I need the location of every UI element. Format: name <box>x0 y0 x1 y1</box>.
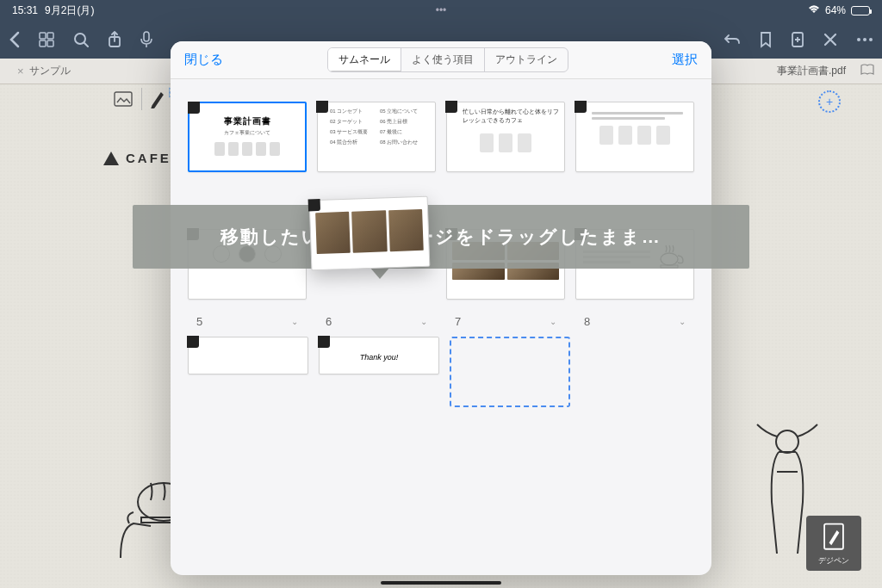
page-thumbnail-9[interactable] <box>188 337 308 374</box>
status-bar: 15:31 9月2日(月) ••• 64% <box>0 0 882 21</box>
battery-pct: 64% <box>825 4 846 16</box>
mic-icon[interactable] <box>140 31 152 48</box>
edit-tools: ᛒ <box>112 88 174 110</box>
toc-item: 05 立地について <box>380 108 423 115</box>
modal-header: 閉じる サムネール よく使う項目 アウトライン 選択 <box>171 41 711 79</box>
grid-icon[interactable] <box>39 32 54 47</box>
watermark-logo: デジペン <box>806 516 861 571</box>
close-icon[interactable] <box>823 33 837 46</box>
toc-item: 02 ターゲット <box>330 118 373 126</box>
svg-rect-3 <box>47 40 53 46</box>
svg-point-14 <box>776 430 798 453</box>
book-icon[interactable] <box>860 64 875 78</box>
image-tool-icon[interactable] <box>112 88 134 110</box>
thumbnail-grid: 事業計画書 カフェ事業について 01 コンセプト 05 立地について 02 ター… <box>171 79 711 575</box>
home-indicator[interactable] <box>381 581 501 585</box>
page-thumbnail-2[interactable]: 01 コンセプト 05 立地について 02 ターゲット 06 売上目標 03 サ… <box>317 102 436 172</box>
svg-rect-2 <box>40 40 46 46</box>
back-icon[interactable] <box>9 31 20 48</box>
page-number-7[interactable]: 7⌄ <box>446 315 565 328</box>
segment-outline[interactable]: アウトライン <box>485 48 568 71</box>
tab-document[interactable]: 事業計画書.pdf <box>777 64 846 78</box>
page-thumbnail-10[interactable]: Thank you! <box>319 337 439 374</box>
page3-text: 忙しい日常から離れて心と体をリフレッシュできるカフェ <box>447 102 564 125</box>
modal-close-button[interactable]: 閉じる <box>184 52 223 68</box>
toc-item: 06 売上目標 <box>380 118 423 126</box>
chevron-down-icon: ⌄ <box>291 317 298 326</box>
toc-item: 03 サービス概要 <box>330 128 373 136</box>
banner-text: 移動したい1枚目のページをドラッグしたまま… <box>220 225 662 249</box>
status-date: 9月2日(月) <box>45 3 94 18</box>
drop-zone[interactable] <box>450 337 570 407</box>
segment-favorites[interactable]: よく使う項目 <box>401 48 485 71</box>
chevron-down-icon: ⌄ <box>679 317 686 326</box>
segment-thumbnail[interactable]: サムネール <box>328 48 401 71</box>
thumbnail-modal: 閉じる サムネール よく使う項目 アウトライン 選択 事業計画書 カフェ事業につ… <box>171 41 711 575</box>
page-number-5[interactable]: 5⌄ <box>188 315 307 328</box>
more-icon[interactable] <box>856 37 873 42</box>
chevron-down-icon: ⌄ <box>550 317 556 326</box>
undo-icon[interactable] <box>724 32 741 47</box>
toc-item: 04 競合分析 <box>330 139 373 146</box>
triangle-icon <box>103 152 119 165</box>
svg-point-10 <box>869 38 873 41</box>
svg-rect-0 <box>40 33 46 39</box>
view-segmented-control: サムネール よく使う項目 アウトライン <box>327 47 568 72</box>
page-thumbnail-4[interactable] <box>575 102 694 172</box>
toc-item: 01 コンセプト <box>330 108 373 115</box>
svg-rect-1 <box>47 33 53 39</box>
page1-subtitle: カフェ事業について <box>189 129 305 137</box>
pen-tool-icon[interactable] <box>141 88 164 110</box>
svg-point-8 <box>857 38 860 41</box>
page-number-8[interactable]: 8⌄ <box>575 315 694 328</box>
page-thumbnail-6-dragging[interactable] <box>309 196 431 271</box>
modal-select-button[interactable]: 選択 <box>672 52 698 68</box>
page1-title: 事業計画書 <box>189 115 305 127</box>
add-page-icon[interactable] <box>791 31 804 48</box>
page-number-6[interactable]: 6⌄ <box>317 315 436 328</box>
bookmark-icon[interactable] <box>760 31 772 48</box>
add-circle-button[interactable]: + <box>818 90 841 113</box>
tab-sample[interactable]: × サンプル <box>7 64 81 78</box>
search-icon[interactable] <box>73 32 89 47</box>
tab-close-icon[interactable]: × <box>17 65 24 77</box>
svg-point-4 <box>75 34 85 44</box>
page-thumbnail-3[interactable]: 忙しい日常から離れて心と体をリフレッシュできるカフェ <box>446 102 565 172</box>
svg-rect-11 <box>115 92 132 106</box>
chevron-down-icon: ⌄ <box>420 317 427 326</box>
status-ellipsis: ••• <box>436 4 447 16</box>
logo-text: CAFE <box>126 151 171 165</box>
wifi-icon <box>808 4 820 16</box>
svg-rect-6 <box>144 32 149 41</box>
tab-label: サンプル <box>29 64 71 78</box>
status-time: 15:31 <box>12 4 38 16</box>
svg-point-9 <box>863 38 866 41</box>
toc-item: 07 最後に <box>380 128 423 136</box>
instruction-banner: 移動したい1枚目のページをドラッグしたまま… <box>133 205 749 269</box>
page-thumbnail-1[interactable]: 事業計画書 カフェ事業について <box>188 102 307 172</box>
share-icon[interactable] <box>108 31 121 48</box>
watermark-text: デジペン <box>818 555 849 566</box>
toc-item: 08 お問い合わせ <box>380 139 423 146</box>
document-logo: CAFE <box>103 151 171 165</box>
battery-icon <box>851 6 870 15</box>
